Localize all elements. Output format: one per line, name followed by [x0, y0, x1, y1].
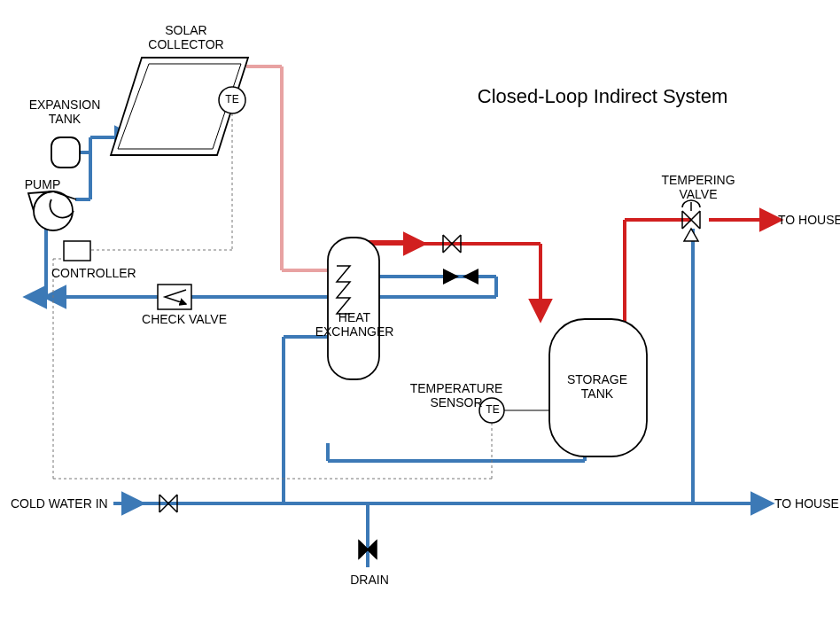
svg-rect-42	[328, 238, 379, 379]
expansion-tank-label: EXPANSION TANK	[25, 98, 105, 126]
pump-label: PUMP	[16, 177, 69, 191]
diagram-title: Closed-Loop Indirect System	[425, 85, 780, 107]
tempering-valve-label: TEMPERING VALVE	[654, 173, 743, 201]
check-valve-label: CHECK VALVE	[131, 312, 237, 326]
to-house-bottom-label: TO HOUSE	[774, 496, 840, 511]
controller-icon	[64, 241, 90, 261]
drain-label: DRAIN	[347, 573, 392, 587]
heat-exchanger	[328, 238, 379, 379]
svg-rect-38	[51, 137, 80, 168]
controller-label: CONTROLLER	[51, 266, 149, 280]
svg-rect-40	[64, 241, 90, 261]
cold-water-in-label: COLD WATER IN	[11, 496, 117, 511]
to-house-top-label: TO HOUSE	[778, 213, 840, 227]
heat-exchanger-label: HEAT EXCHANGER	[310, 310, 399, 339]
expansion-tank	[51, 137, 80, 168]
pump-icon	[28, 191, 76, 230]
storage-tank-label: STORAGE TANK	[562, 372, 633, 401]
check-valve-icon	[158, 285, 191, 309]
te-collector-label: TE	[223, 94, 241, 106]
te-storage-label: TE	[484, 404, 502, 417]
solar-collector-label: SOLAR COLLECTOR	[142, 23, 230, 51]
